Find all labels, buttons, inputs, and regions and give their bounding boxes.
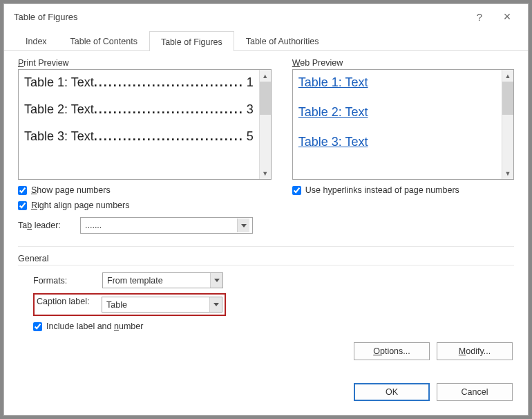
formats-label: Formats: [33, 276, 102, 286]
print-preview-scrollbar[interactable]: ▲ ▼ [259, 70, 271, 179]
scroll-down-icon[interactable]: ▼ [502, 167, 513, 179]
caption-label-highlight: Caption label: Table [33, 293, 226, 316]
web-preview-link: Table 3: Text [298, 135, 496, 149]
show-page-numbers-input[interactable] [18, 186, 27, 195]
tab-toa[interactable]: Table of Authorities [234, 30, 331, 50]
scrollbar-thumb[interactable] [502, 82, 513, 115]
tab-tof[interactable]: Table of Figures [149, 31, 234, 51]
scrollbar-track[interactable] [260, 115, 271, 167]
help-button[interactable]: ? [466, 7, 493, 26]
right-align-input[interactable] [18, 201, 27, 210]
general-section-label: General [18, 254, 514, 266]
web-preview-scrollbar[interactable]: ▲ ▼ [502, 70, 513, 179]
print-preview-column: Print Preview Table 1: Text ............… [18, 58, 272, 234]
chevron-down-icon [237, 218, 249, 232]
print-preview-box: Table 1: Text ..........................… [18, 69, 272, 180]
tab-index[interactable]: Index [14, 30, 59, 50]
print-preview-item: Table 3: Text ..........................… [24, 129, 254, 144]
print-preview-item: Table 1: Text ..........................… [24, 75, 254, 90]
chevron-down-icon [209, 297, 222, 312]
cancel-button[interactable]: Cancel [437, 383, 513, 401]
tab-toc[interactable]: Table of Contents [59, 30, 149, 50]
caption-label-select[interactable]: Table [102, 297, 222, 313]
tab-leader-select[interactable]: ....... [80, 217, 253, 234]
include-label-checkbox[interactable]: Include label and number [33, 322, 514, 331]
dialog-content: Print Preview Table 1: Text ............… [4, 51, 528, 415]
show-page-numbers-checkbox[interactable]: Show page numbers [18, 185, 272, 195]
web-preview-content: Table 1: Text Table 2: Text Table 3: Tex… [293, 70, 502, 179]
ok-button[interactable]: OK [354, 383, 430, 401]
web-preview-box: Table 1: Text Table 2: Text Table 3: Tex… [292, 69, 514, 180]
options-button[interactable]: OOptions...ptions... [354, 342, 430, 360]
web-preview-link: Table 1: Text [298, 75, 496, 90]
scrollbar-track[interactable] [502, 115, 513, 167]
web-preview-label: Web Preview [292, 58, 514, 68]
right-align-checkbox[interactable]: Right align page numbers [18, 201, 272, 210]
scroll-down-icon[interactable]: ▼ [260, 167, 271, 179]
chevron-down-icon [210, 273, 222, 288]
print-preview-content: Table 1: Text ..........................… [19, 70, 259, 179]
table-of-figures-dialog: Table of Figures ? × Index Table of Cont… [3, 3, 529, 416]
titlebar: Table of Figures ? × [4, 4, 528, 29]
modify-button[interactable]: Modify... [437, 342, 513, 360]
dialog-title: Table of Figures [14, 12, 466, 22]
scrollbar-thumb[interactable] [260, 82, 271, 115]
scroll-up-icon[interactable]: ▲ [260, 70, 271, 82]
caption-label-row: Caption label: Table [33, 293, 514, 316]
include-label-input[interactable] [33, 322, 42, 331]
print-preview-item: Table 2: Text ..........................… [24, 102, 254, 117]
tab-leader-row: Tab leader: ....... [18, 217, 272, 234]
formats-select[interactable]: From template [102, 272, 223, 288]
scroll-up-icon[interactable]: ▲ [502, 70, 513, 82]
use-hyperlinks-input[interactable] [292, 186, 301, 195]
preview-columns: Print Preview Table 1: Text ............… [18, 58, 514, 247]
use-hyperlinks-checkbox[interactable]: Use hyperlinks instead of page numbers [292, 185, 514, 195]
print-preview-label: Print Preview [18, 58, 272, 68]
tab-leader-label: Tab leader: [18, 221, 80, 230]
dialog-button-row: OK Cancel [18, 383, 514, 401]
web-preview-column: Web Preview Table 1: Text Table 2: Text … [292, 58, 514, 234]
formats-row: Formats: From template [33, 272, 514, 288]
web-preview-link: Table 2: Text [298, 105, 496, 120]
close-button[interactable]: × [493, 7, 521, 26]
caption-label-label: Caption label: [37, 297, 102, 313]
middle-button-row: OOptions...ptions... Modify... [18, 342, 514, 360]
tab-strip: Index Table of Contents Table of Figures… [4, 29, 528, 51]
